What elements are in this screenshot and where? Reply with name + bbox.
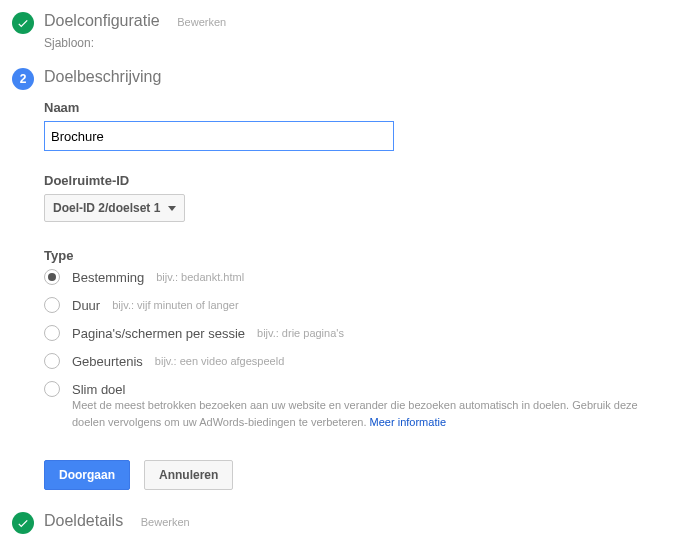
smart-goal-text: Meet de meest betrokken bezoeken aan uw … <box>72 399 638 428</box>
slot-label: Doelruimte-ID <box>44 173 672 188</box>
type-option-destination[interactable]: Bestemming bijv.: bedankt.html <box>44 269 672 285</box>
goal-slot-value: Doel-ID 2/doelset 1 <box>53 201 160 215</box>
name-label: Naam <box>44 100 672 115</box>
cancel-button[interactable]: Annuleren <box>144 460 233 490</box>
radio-icon[interactable] <box>44 325 60 341</box>
step3-edit-link[interactable]: Bewerken <box>141 516 190 528</box>
type-label: Type <box>44 248 672 263</box>
chevron-down-icon <box>168 206 176 211</box>
step2-title: Doelbeschrijving <box>44 68 161 85</box>
radio-icon[interactable] <box>44 297 60 313</box>
continue-button[interactable]: Doorgaan <box>44 460 130 490</box>
radio-icon[interactable] <box>44 381 60 397</box>
goal-name-input[interactable] <box>44 121 394 151</box>
radio-hint: bijv.: drie pagina's <box>257 327 344 339</box>
type-option-smart[interactable]: Slim doel <box>44 381 672 397</box>
step3-title: Doeldetails <box>44 512 123 529</box>
radio-icon[interactable] <box>44 269 60 285</box>
radio-hint: bijv.: vijf minuten of langer <box>112 299 238 311</box>
step-goal-description: 2 Doelbeschrijving Naam Doelruimte-ID Do… <box>12 68 672 490</box>
step1-subtitle: Sjabloon: <box>44 36 672 50</box>
step-number-badge: 2 <box>12 68 34 90</box>
smart-goal-description: Meet de meest betrokken bezoeken aan uw … <box>72 397 672 430</box>
radio-label: Gebeurtenis <box>72 354 143 369</box>
type-option-event[interactable]: Gebeurtenis bijv.: een video afgespeeld <box>44 353 672 369</box>
radio-label: Slim doel <box>72 382 125 397</box>
check-icon <box>12 12 34 34</box>
more-info-link[interactable]: Meer informatie <box>370 416 446 428</box>
radio-hint: bijv.: bedankt.html <box>156 271 244 283</box>
check-icon <box>12 512 34 534</box>
step-goal-details: Doeldetails Bewerken <box>12 512 672 534</box>
step1-edit-link[interactable]: Bewerken <box>177 16 226 28</box>
type-option-duration[interactable]: Duur bijv.: vijf minuten of langer <box>44 297 672 313</box>
step-goal-setup: Doelconfiguratie Bewerken Sjabloon: <box>12 12 672 50</box>
goal-slot-dropdown[interactable]: Doel-ID 2/doelset 1 <box>44 194 185 222</box>
type-option-pages[interactable]: Pagina's/schermen per sessie bijv.: drie… <box>44 325 672 341</box>
radio-icon[interactable] <box>44 353 60 369</box>
step1-title: Doelconfiguratie <box>44 12 160 29</box>
radio-label: Pagina's/schermen per sessie <box>72 326 245 341</box>
radio-label: Duur <box>72 298 100 313</box>
radio-hint: bijv.: een video afgespeeld <box>155 355 284 367</box>
radio-label: Bestemming <box>72 270 144 285</box>
